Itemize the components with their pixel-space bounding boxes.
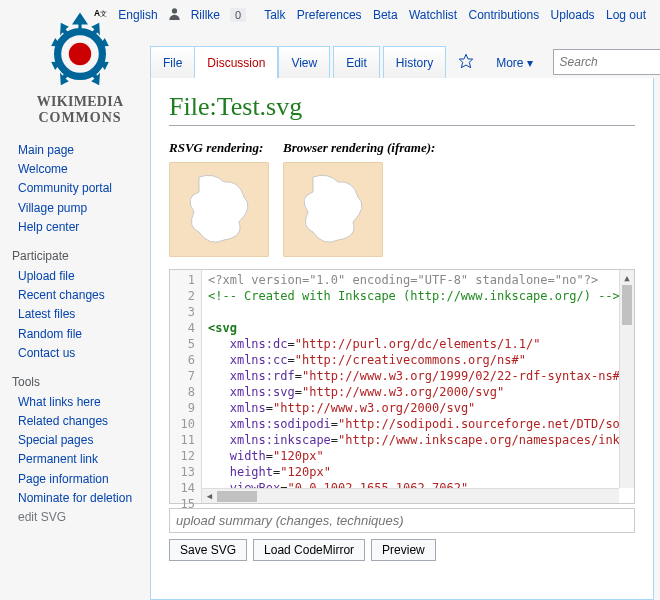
tab-view[interactable]: View (278, 46, 330, 79)
sidebar-link[interactable]: Welcome (18, 162, 68, 176)
sidebar-link[interactable]: Special pages (18, 433, 93, 447)
vertical-scrollbar[interactable]: ▲ (619, 270, 634, 488)
sidebar-link[interactable]: Community portal (18, 181, 112, 195)
language-icon[interactable]: A文 (94, 6, 108, 23)
sidebar-link[interactable]: Upload file (18, 269, 75, 283)
sidebar-link[interactable]: What links here (18, 395, 101, 409)
tab-history[interactable]: History (383, 46, 446, 79)
notification-badge[interactable]: 0 (230, 8, 246, 22)
svg-point-3 (172, 8, 177, 13)
sidebar-link[interactable]: Related changes (18, 414, 108, 428)
scroll-thumb[interactable] (217, 491, 257, 502)
code-editor[interactable]: 123456789101112131415 <?xml version="1.0… (169, 269, 635, 504)
tab-file[interactable]: File (150, 46, 195, 79)
chevron-down-icon: ▾ (527, 56, 533, 70)
username-link[interactable]: Rillke (191, 8, 220, 22)
editor-gutter: 123456789101112131415 (170, 270, 202, 503)
sidebar-link[interactable]: Page information (18, 472, 109, 486)
scroll-up-icon[interactable]: ▲ (620, 270, 634, 285)
rsvg-thumbnail (169, 162, 269, 257)
upload-summary-input[interactable] (169, 508, 635, 533)
save-svg-button[interactable]: Save SVG (169, 539, 247, 561)
topbar-link[interactable]: Uploads (551, 8, 595, 22)
topbar-link[interactable]: Contributions (469, 8, 540, 22)
topbar-link[interactable]: Watchlist (409, 8, 457, 22)
sidebar-link[interactable]: Permanent link (18, 452, 98, 466)
sidebar-participate: ParticipateUpload fileRecent changesLate… (10, 249, 150, 363)
tab-edit[interactable]: Edit (333, 46, 380, 79)
sidebar-tools: ToolsWhat links hereRelated changesSpeci… (10, 375, 150, 527)
editor-body[interactable]: <?xml version="1.0" encoding="UTF-8" sta… (202, 270, 634, 503)
svg-text:文: 文 (100, 10, 107, 17)
browser-heading: Browser rendering (iframe): (283, 140, 435, 156)
watch-star[interactable] (450, 46, 482, 79)
sidebar-link-disabled: edit SVG (18, 510, 66, 524)
horizontal-scrollbar[interactable]: ◀ (202, 488, 619, 503)
topbar-link[interactable]: Talk (264, 8, 285, 22)
language-link[interactable]: English (118, 8, 157, 22)
search-box[interactable] (553, 49, 660, 75)
search-input[interactable] (560, 55, 660, 69)
rsvg-heading: RSVG rendering: (169, 140, 269, 156)
topbar-link[interactable]: Preferences (297, 8, 362, 22)
topbar-link[interactable]: Log out (606, 8, 646, 22)
sidebar-link[interactable]: Main page (18, 143, 74, 157)
sidebar-link[interactable]: Recent changes (18, 288, 105, 302)
sidebar-link[interactable]: Village pump (18, 201, 87, 215)
scroll-left-icon[interactable]: ◀ (202, 491, 217, 501)
brand-text-2: COMMONS (10, 110, 150, 126)
sidebar-link[interactable]: Contact us (18, 346, 75, 360)
svg-point-0 (69, 43, 91, 65)
preview-button[interactable]: Preview (371, 539, 436, 561)
svg-marker-4 (460, 54, 473, 67)
personal-tools: A文 English Rillke 0 Talk Preferences Bet… (94, 6, 646, 23)
tab-more[interactable]: More▾ (486, 47, 542, 79)
brand-text-1: WIKIMEDIA (37, 94, 124, 109)
page-title: File:Test.svg (169, 92, 635, 126)
sidebar-link[interactable]: Latest files (18, 307, 75, 321)
user-icon (168, 7, 181, 23)
scroll-thumb[interactable] (622, 285, 632, 325)
sidebar-link[interactable]: Nominate for deletion (18, 491, 132, 505)
tab-discussion[interactable]: Discussion (194, 46, 278, 79)
logo[interactable]: WIKIMEDIACOMMONS (10, 10, 150, 126)
sidebar-link[interactable]: Random file (18, 327, 82, 341)
topbar-link[interactable]: Beta (373, 8, 398, 22)
browser-thumbnail (283, 162, 383, 257)
sidebar-link[interactable]: Help center (18, 220, 79, 234)
load-codemirror-button[interactable]: Load CodeMirror (253, 539, 365, 561)
sidebar-navigation: Main pageWelcomeCommunity portalVillage … (10, 141, 150, 237)
